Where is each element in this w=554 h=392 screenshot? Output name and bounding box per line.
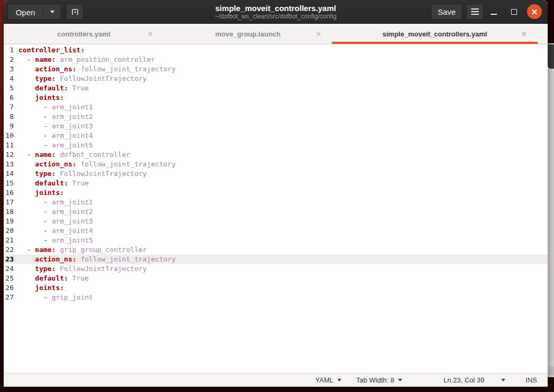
- gedit-window: Open simple_moveit_controllers.yaml ~/do…: [4, 0, 548, 387]
- maximize-button[interactable]: [504, 4, 524, 20]
- code-line[interactable]: 4 type: FollowJointTrajectory: [4, 74, 548, 83]
- line-number: 22: [4, 245, 14, 255]
- minimize-button[interactable]: [484, 4, 504, 20]
- tab-width-selector[interactable]: Tab Width: 8: [356, 376, 402, 384]
- line-text: type: FollowJointTrajectory: [19, 264, 147, 274]
- line-number: 24: [4, 264, 14, 274]
- code-line[interactable]: 17 - arm_joint1: [4, 198, 548, 207]
- line-text: action_ns: follow_joint_trajectory: [19, 255, 176, 264]
- line-number: 1: [4, 45, 14, 55]
- line-number: 5: [4, 83, 14, 93]
- line-text: default: True: [19, 83, 89, 93]
- insert-mode-indicator[interactable]: INS: [525, 376, 537, 384]
- language-label: YAML: [315, 376, 333, 384]
- code-line[interactable]: 26 joints:: [4, 283, 548, 293]
- code-line[interactable]: 13 action_ns: follow_joint_trajectory: [4, 160, 548, 169]
- code-line[interactable]: 7 - arm_joint1: [4, 102, 548, 112]
- line-number: 26: [4, 283, 14, 293]
- hamburger-icon: [471, 8, 479, 10]
- maximize-icon: [511, 9, 517, 15]
- open-button[interactable]: Open: [8, 4, 43, 20]
- background-window-scroll-nub: [548, 367, 554, 375]
- code-line[interactable]: 16 joints:: [4, 188, 548, 198]
- line-text: - arm_joint5: [19, 236, 93, 245]
- code-line[interactable]: 25 default: True: [4, 274, 548, 283]
- code-line[interactable]: 24 type: FollowJointTrajectory: [4, 264, 548, 274]
- tab-controllers-yaml[interactable]: controllers.yaml✕: [4, 24, 164, 44]
- line-number: 15: [4, 179, 14, 188]
- line-text: - name: grip_group_controller: [19, 245, 147, 255]
- tab-simple-moveit-controllers-yaml[interactable]: simple_moveit_controllers.yaml✕: [332, 24, 538, 44]
- line-text: - arm_joint5: [19, 141, 93, 150]
- close-button[interactable]: ✕: [527, 4, 542, 19]
- code-line[interactable]: 18 - arm_joint2: [4, 207, 548, 217]
- line-number: 2: [4, 55, 14, 64]
- text-editor-area[interactable]: 1controller_list:2 - name: arm_position_…: [4, 44, 548, 373]
- code-line[interactable]: 5 default: True: [4, 83, 548, 93]
- background-window-dark-corner: [548, 44, 554, 69]
- line-number: 14: [4, 169, 14, 179]
- background-window-sliver: [548, 43, 554, 377]
- line-text: - arm_joint1: [19, 198, 93, 207]
- line-number: 11: [4, 141, 14, 150]
- line-text: type: FollowJointTrajectory: [19, 74, 147, 83]
- code-line[interactable]: 23 action_ns: follow_joint_trajectory: [4, 255, 548, 264]
- line-number: 13: [4, 160, 14, 169]
- code-line[interactable]: 22 - name: grip_group_controller: [4, 245, 548, 255]
- cursor-position-label: Ln 23, Col 39: [444, 376, 484, 384]
- line-text: default: True: [19, 179, 89, 188]
- hamburger-menu-button[interactable]: [466, 4, 484, 20]
- line-number: 6: [4, 93, 14, 102]
- line-text: - arm_joint3: [19, 122, 93, 131]
- tab-close-icon[interactable]: ✕: [147, 30, 153, 38]
- chevron-down-icon: [337, 379, 341, 381]
- active-tab-underline: [332, 42, 538, 44]
- code-line[interactable]: 27 - grip_joint: [4, 293, 548, 302]
- line-number: 23: [4, 255, 14, 264]
- tab-close-icon[interactable]: ✕: [521, 30, 527, 38]
- code-line[interactable]: 11 - arm_joint5: [4, 141, 548, 150]
- goto-line-dropdown[interactable]: [501, 379, 505, 381]
- code-line[interactable]: 14 type: FollowJointTrajectory: [4, 169, 548, 179]
- tab-label: simple_moveit_controllers.yaml: [383, 30, 487, 38]
- code-line[interactable]: 6 joints:: [4, 93, 548, 102]
- line-text: - arm_joint4: [19, 226, 93, 236]
- save-button[interactable]: Save: [431, 4, 463, 20]
- new-document-button[interactable]: [66, 4, 84, 20]
- line-text: joints:: [19, 188, 64, 198]
- code-line[interactable]: 15 default: True: [4, 179, 548, 188]
- line-number: 16: [4, 188, 14, 198]
- line-number: 19: [4, 217, 14, 226]
- desktop-background: Open simple_moveit_controllers.yaml ~/do…: [0, 0, 554, 392]
- line-text: - arm_joint2: [19, 112, 93, 122]
- language-selector[interactable]: YAML: [315, 376, 341, 384]
- tab-move-group-launch[interactable]: move_group.launch✕: [164, 24, 332, 44]
- line-text: - name: dofbot_controller: [19, 150, 130, 160]
- code-line[interactable]: 12 - name: dofbot_controller: [4, 150, 548, 160]
- open-dropdown-button[interactable]: [43, 4, 61, 19]
- line-text: - arm_joint3: [19, 217, 93, 226]
- line-text: default: True: [19, 274, 89, 283]
- new-document-icon: [71, 7, 79, 16]
- code-line[interactable]: 3 action_ns: follow_joint_trajectory: [4, 64, 548, 74]
- tab-width-label: Tab Width: 8: [356, 376, 394, 384]
- line-text: - name: arm_position_controller: [19, 55, 155, 64]
- line-number: 8: [4, 112, 14, 122]
- window-title: simple_moveit_controllers.yaml: [215, 4, 336, 13]
- code-line[interactable]: 20 - arm_joint4: [4, 226, 548, 236]
- tab-label: controllers.yaml: [57, 30, 110, 38]
- code-line[interactable]: 8 - arm_joint2: [4, 112, 548, 122]
- code-line[interactable]: 9 - arm_joint3: [4, 122, 548, 131]
- active-tab-underline: [164, 42, 332, 44]
- code-line[interactable]: 2 - name: arm_position_controller: [4, 55, 548, 64]
- line-number: 4: [4, 74, 14, 83]
- code-line[interactable]: 21 - arm_joint5: [4, 236, 548, 245]
- tab-close-icon[interactable]: ✕: [316, 30, 321, 38]
- line-text: action_ns: follow_joint_trajectory: [19, 160, 176, 169]
- code-line[interactable]: 10 - arm_joint4: [4, 131, 548, 141]
- code-line[interactable]: 19 - arm_joint3: [4, 217, 548, 226]
- close-icon: ✕: [531, 7, 538, 15]
- tab-bar-filler: [538, 24, 548, 44]
- code-line[interactable]: 1controller_list:: [4, 45, 548, 55]
- titlebar[interactable]: Open simple_moveit_controllers.yaml ~/do…: [4, 0, 548, 24]
